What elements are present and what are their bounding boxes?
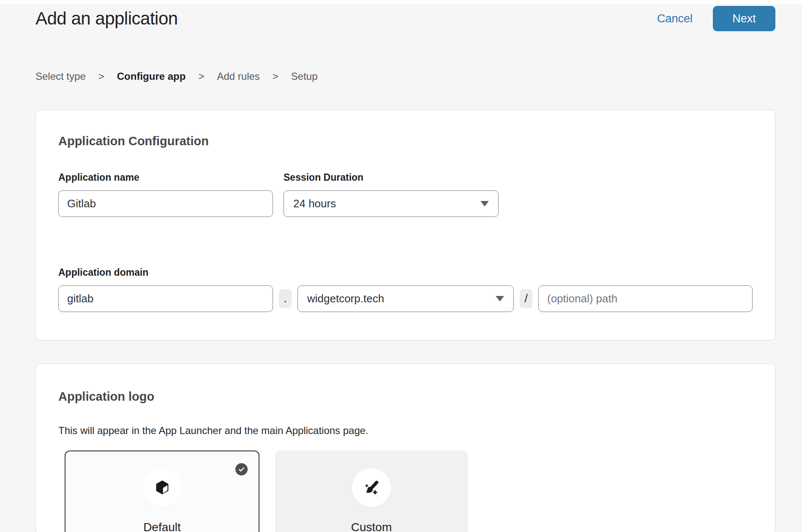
cube-icon — [143, 468, 182, 507]
breadcrumb: Select type > Configure app > Add rules … — [35, 71, 775, 82]
application-domain-row: . widgetcorp.tech / — [58, 285, 753, 312]
session-duration-field: Session Duration 24 hours — [284, 171, 499, 217]
chevron-down-icon — [480, 201, 489, 206]
session-duration-label: Session Duration — [284, 171, 499, 183]
logo-option-label: Default — [143, 521, 181, 532]
application-name-label: Application name — [58, 171, 273, 183]
check-icon — [235, 463, 248, 475]
breadcrumb-step-add-rules[interactable]: Add rules — [217, 71, 259, 82]
subdomain-input[interactable] — [58, 285, 273, 312]
add-application-page: Add an application Cancel Next Select ty… — [0, 0, 802, 532]
paintbrush-icon — [352, 468, 391, 507]
dot-separator: . — [279, 289, 292, 308]
slash-separator: / — [520, 289, 532, 308]
chevron-down-icon — [496, 296, 504, 301]
breadcrumb-separator: > — [198, 71, 204, 82]
breadcrumb-step-select-type[interactable]: Select type — [35, 71, 86, 82]
logo-option-label: Custom — [351, 521, 392, 532]
session-duration-value: 24 hours — [293, 197, 336, 210]
logo-options: Default Custom — [65, 451, 753, 532]
name-duration-row: Application name Session Duration 24 hou… — [58, 171, 753, 217]
page-header: Add an application Cancel Next — [35, 5, 775, 32]
logo-option-default[interactable]: Default — [65, 451, 259, 532]
path-input[interactable] — [538, 285, 753, 312]
cancel-button[interactable]: Cancel — [657, 12, 693, 25]
domain-select-value: widgetcorp.tech — [307, 292, 384, 305]
domain-select[interactable]: widgetcorp.tech — [297, 285, 514, 312]
breadcrumb-separator: > — [98, 71, 104, 82]
logo-option-custom[interactable]: Custom — [275, 451, 468, 532]
application-domain-label: Application domain — [58, 266, 753, 278]
breadcrumb-step-configure-app[interactable]: Configure app — [117, 71, 186, 82]
breadcrumb-step-setup[interactable]: Setup — [291, 71, 318, 82]
next-button[interactable]: Next — [713, 6, 775, 31]
application-logo-heading: Application logo — [58, 389, 753, 404]
application-logo-card: Application logo This will appear in the… — [35, 364, 775, 532]
header-actions: Cancel Next — [657, 6, 775, 31]
application-configuration-card: Application Configuration Application na… — [35, 110, 775, 340]
application-logo-description: This will appear in the App Launcher and… — [58, 424, 753, 437]
breadcrumb-separator: > — [273, 71, 278, 82]
application-name-input[interactable] — [58, 190, 273, 217]
application-name-field: Application name — [58, 171, 273, 217]
page-title: Add an application — [35, 8, 178, 29]
session-duration-select[interactable]: 24 hours — [284, 190, 499, 217]
application-configuration-heading: Application Configuration — [58, 134, 753, 149]
